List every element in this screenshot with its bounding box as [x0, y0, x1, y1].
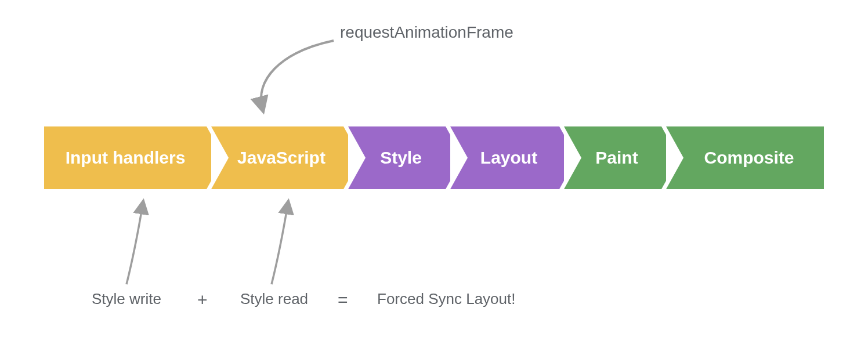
eq-plus: +: [197, 290, 208, 310]
stage-style: Style: [348, 126, 446, 189]
eq-style-write: Style write: [92, 290, 161, 308]
diagram-canvas: requestAnimationFrame Input handlers Jav…: [0, 0, 868, 351]
stage-paint: Paint: [564, 126, 661, 189]
raf-label: requestAnimationFrame: [340, 23, 513, 42]
eq-result: Forced Sync Layout!: [377, 290, 515, 308]
pipeline: Input handlers JavaScript Style Layout P…: [44, 126, 824, 189]
stage-label: Composite: [696, 148, 794, 168]
eq-equals: =: [338, 290, 348, 310]
stage-label: Style: [372, 148, 422, 168]
stage-label: Paint: [587, 148, 638, 168]
stage-javascript: JavaScript: [211, 126, 343, 189]
stage-layout: Layout: [450, 126, 559, 189]
stage-label: Input handlers: [66, 148, 186, 168]
stage-composite: Composite: [666, 126, 824, 189]
stage-label: JavaScript: [229, 148, 326, 168]
eq-style-read: Style read: [240, 290, 308, 308]
stage-input-handlers: Input handlers: [44, 126, 207, 189]
stage-label: Layout: [472, 148, 537, 168]
